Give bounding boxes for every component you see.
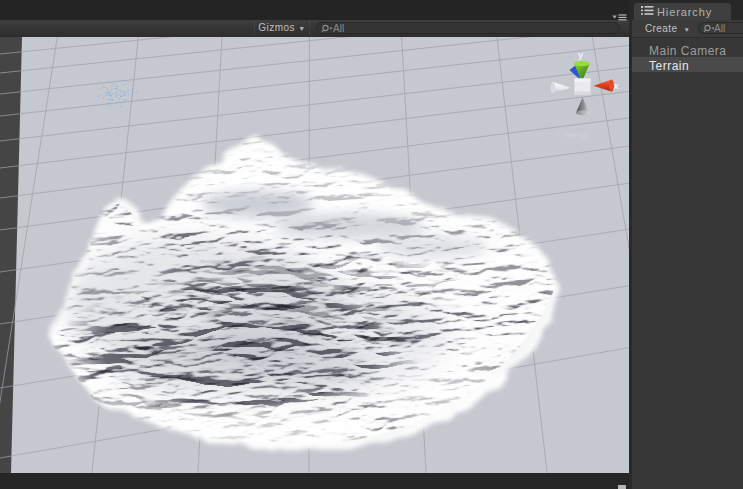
svg-text:y: y [578,49,584,60]
svg-text:‹ Persp: ‹ Persp [557,129,588,140]
svg-text:x: x [614,80,620,91]
